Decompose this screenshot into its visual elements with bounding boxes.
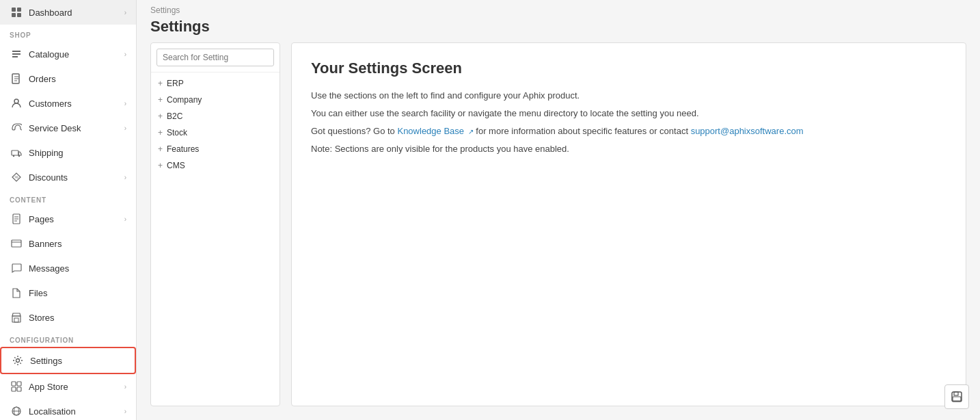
sidebar-item-app-store[interactable]: App Store › (0, 374, 136, 399)
pages-icon (10, 212, 23, 226)
chevron-right-icon: › (124, 383, 126, 391)
settings-search-input[interactable] (156, 49, 274, 66)
discounts-icon: % (10, 170, 23, 184)
chevron-right-icon: › (124, 9, 126, 16)
settings-item-cms[interactable]: + CMS (151, 157, 280, 174)
settings-item-b2c-label: B2C (167, 111, 182, 121)
info-line-2: You can either use the search facility o… (311, 106, 947, 121)
knowledge-base-link[interactable]: Knowledge Base (397, 126, 464, 136)
svg-rect-2 (12, 13, 16, 17)
svg-rect-18 (17, 387, 21, 391)
svg-point-14 (16, 359, 20, 363)
sidebar-item-catalogue-label: Catalogue (29, 49, 124, 60)
messages-icon (10, 261, 23, 275)
stores-icon (10, 311, 23, 324)
customers-icon (10, 96, 23, 110)
svg-text:%: % (15, 175, 19, 179)
sidebar-item-files-label: Files (29, 288, 126, 298)
settings-icon (11, 354, 25, 367)
settings-item-stock[interactable]: + Stock (151, 124, 280, 141)
sidebar-item-banners[interactable]: Banners (0, 231, 136, 256)
sidebar: Dashboard › SHOP Catalogue › Orders Cust… (0, 0, 137, 420)
sidebar-item-pages[interactable]: Pages › (0, 207, 136, 231)
settings-item-erp[interactable]: + ERP (151, 75, 280, 92)
expand-icon: + (158, 144, 163, 154)
settings-item-features-label: Features (167, 144, 199, 154)
support-email-link[interactable]: support@aphixsoftware.com (691, 126, 804, 136)
page-title: Settings (137, 16, 980, 42)
sidebar-item-orders-label: Orders (29, 74, 126, 84)
settings-item-cms-label: CMS (167, 161, 185, 170)
settings-item-features[interactable]: + Features (151, 141, 280, 157)
sidebar-item-service-desk-label: Service Desk (29, 123, 124, 133)
banners-icon (10, 237, 23, 250)
sidebar-item-catalogue[interactable]: Catalogue › (0, 42, 136, 66)
svg-rect-17 (12, 387, 16, 391)
chevron-right-icon: › (124, 215, 126, 223)
settings-item-stock-label: Stock (167, 128, 187, 137)
info-line-3-mid: for more information about specific feat… (476, 126, 690, 136)
expand-icon: + (158, 111, 163, 121)
sidebar-item-shipping[interactable]: Shipping (0, 140, 136, 165)
breadcrumb: Settings (137, 0, 980, 16)
chevron-right-icon: › (124, 100, 126, 107)
save-button[interactable] (944, 384, 969, 409)
sidebar-item-discounts-label: Discounts (29, 172, 124, 183)
info-line-4: Note: Sections are only visible for the … (311, 142, 947, 157)
settings-search-container (151, 43, 280, 73)
sidebar-item-stores-label: Stores (29, 313, 126, 323)
app-store-icon (10, 380, 23, 393)
expand-icon: + (158, 161, 163, 170)
sidebar-item-settings-label: Settings (30, 356, 125, 366)
chevron-right-icon: › (124, 408, 126, 415)
sidebar-item-discounts[interactable]: % Discounts › (0, 165, 136, 189)
settings-item-company[interactable]: + Company (151, 92, 280, 108)
info-line-3: Got questions? Go to Knowledge Base ↗ fo… (311, 124, 947, 139)
catalogue-icon (10, 47, 23, 61)
svg-rect-13 (14, 318, 18, 322)
sidebar-item-pages-label: Pages (29, 214, 124, 224)
shipping-icon (10, 146, 23, 159)
info-line-3-pre: Got questions? Go to (311, 126, 397, 136)
svg-rect-1 (17, 8, 21, 12)
svg-rect-16 (17, 382, 21, 386)
expand-icon: + (158, 128, 163, 137)
sidebar-item-stores[interactable]: Stores (0, 305, 136, 330)
sidebar-item-app-store-label: App Store (29, 382, 124, 392)
sidebar-item-orders[interactable]: Orders (0, 66, 136, 91)
sidebar-item-banners-label: Banners (29, 239, 126, 249)
files-icon (10, 286, 23, 300)
settings-item-company-label: Company (167, 95, 202, 105)
svg-rect-6 (12, 150, 18, 155)
sidebar-item-files[interactable]: Files (0, 280, 136, 305)
shop-section-label: SHOP (0, 25, 136, 42)
sidebar-item-service-desk[interactable]: Service Desk › (0, 116, 136, 140)
sidebar-item-localisation[interactable]: Localisation › (0, 399, 136, 420)
chevron-right-icon: › (124, 174, 126, 181)
sidebar-item-messages[interactable]: Messages (0, 256, 136, 280)
info-panel-title: Your Settings Screen (311, 60, 947, 77)
localisation-icon (10, 404, 23, 418)
sidebar-item-dashboard[interactable]: Dashboard › (0, 0, 136, 25)
svg-rect-0 (12, 8, 16, 12)
info-panel: Your Settings Screen Use the sections on… (291, 42, 966, 406)
main-content: Settings Settings + ERP + Company + B2C (137, 0, 980, 420)
settings-item-b2c[interactable]: + B2C (151, 108, 280, 124)
svg-rect-11 (12, 240, 21, 247)
svg-point-7 (13, 155, 14, 157)
service-desk-icon (10, 121, 23, 135)
dashboard-icon (10, 5, 23, 19)
configuration-section-label: CONFIGURATION (0, 330, 136, 347)
svg-rect-3 (17, 13, 21, 17)
external-link-icon: ↗ (468, 128, 474, 135)
orders-icon (10, 72, 23, 86)
sidebar-item-messages-label: Messages (29, 263, 126, 274)
svg-rect-15 (12, 382, 16, 386)
sidebar-item-settings[interactable]: Settings (0, 347, 136, 374)
chevron-right-icon: › (124, 124, 126, 132)
sidebar-item-customers[interactable]: Customers › (0, 91, 136, 116)
sidebar-item-dashboard-label: Dashboard (29, 8, 124, 18)
svg-point-8 (18, 155, 20, 157)
settings-item-erp-label: ERP (167, 79, 184, 88)
settings-list: + ERP + Company + B2C + Stock + Featur (151, 73, 280, 406)
